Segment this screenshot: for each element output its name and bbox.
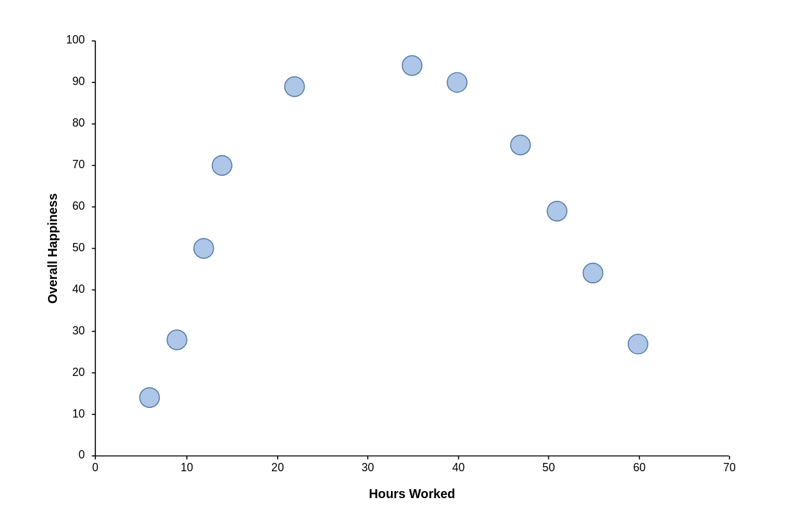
- chart-container: 0 10 20 30 40 50 60 70 80 90 100: [14, 10, 782, 522]
- svg-text:40: 40: [452, 461, 465, 474]
- svg-text:60: 60: [633, 461, 646, 474]
- svg-text:80: 80: [72, 116, 85, 129]
- data-point: [583, 263, 603, 283]
- svg-text:10: 10: [72, 407, 85, 420]
- x-axis-label: Hours Worked: [369, 487, 456, 501]
- data-point: [167, 330, 187, 350]
- svg-text:30: 30: [362, 461, 374, 474]
- chart-wrapper: 0 10 20 30 40 50 60 70 80 90 100: [46, 26, 750, 506]
- y-axis-label: Overall Happiness: [46, 193, 59, 304]
- svg-text:20: 20: [271, 461, 284, 474]
- data-point: [402, 56, 422, 75]
- data-point: [212, 155, 232, 175]
- data-point: [139, 387, 159, 407]
- svg-text:70: 70: [723, 461, 736, 474]
- data-point: [285, 77, 305, 97]
- svg-text:10: 10: [180, 461, 193, 474]
- svg-text:40: 40: [72, 283, 85, 295]
- svg-text:50: 50: [72, 241, 85, 254]
- data-point: [511, 135, 530, 155]
- svg-text:50: 50: [543, 461, 555, 474]
- svg-text:100: 100: [66, 33, 85, 46]
- svg-text:0: 0: [79, 448, 85, 461]
- svg-text:70: 70: [72, 158, 85, 171]
- data-point: [628, 334, 648, 354]
- svg-text:90: 90: [72, 75, 85, 88]
- svg-text:30: 30: [72, 324, 85, 337]
- data-point: [194, 239, 214, 258]
- svg-text:0: 0: [92, 461, 99, 474]
- data-point: [447, 73, 467, 93]
- svg-text:20: 20: [72, 366, 85, 379]
- svg-text:60: 60: [72, 199, 85, 212]
- data-point: [547, 201, 567, 221]
